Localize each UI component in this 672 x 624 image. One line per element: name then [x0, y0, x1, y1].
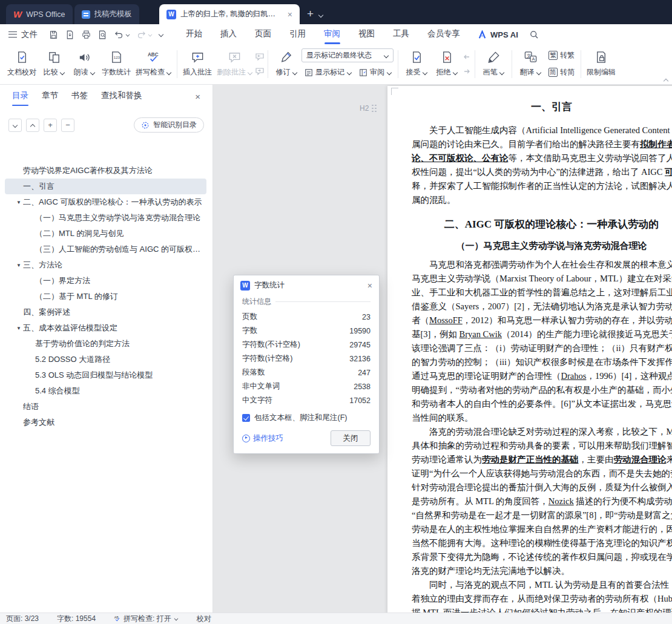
- ribbon-collapse-icon[interactable]: [664, 78, 668, 82]
- outline-item[interactable]: （一）马克思主义劳动学说与洛克劳动混合理论: [5, 210, 206, 226]
- review-pane-button[interactable]: 审阅: [356, 65, 395, 79]
- menu-tab[interactable]: 引用: [280, 24, 315, 45]
- wps-ai-logo-icon: [478, 30, 487, 39]
- outline-item[interactable]: 四、案例评述: [5, 304, 206, 320]
- pen-label: 画笔: [483, 67, 498, 77]
- collapse-all-button[interactable]: [8, 119, 22, 132]
- page-indicator[interactable]: 页面: 3/23: [6, 614, 39, 624]
- outline-item[interactable]: （一）界定方法: [5, 273, 206, 289]
- doc-line: 明确提到，“劳动者对他的劳动产品的私有权是小生产的基础，而小生产又: [412, 383, 672, 397]
- next-comment-icon[interactable]: [255, 67, 265, 76]
- pen-button[interactable]: 画笔: [478, 47, 509, 82]
- track-changes-button[interactable]: 修订: [271, 47, 301, 82]
- restrict-edit-button[interactable]: 限制编辑: [584, 47, 618, 82]
- sidebar-tab[interactable]: 书签: [71, 85, 88, 108]
- show-markup-button[interactable]: 显示标记: [301, 65, 355, 79]
- sidebar-tab[interactable]: 目录: [12, 85, 28, 108]
- menu-tabs: 开始插入页面引用审阅视图工具会员专享: [177, 24, 469, 45]
- file-menu-button[interactable]: 文件: [8, 29, 38, 40]
- drag-dots-icon[interactable]: [372, 105, 377, 113]
- include-footnotes-checkbox[interactable]: [242, 414, 250, 422]
- redo-button[interactable]: [136, 30, 153, 40]
- new-tab-button[interactable]: +: [307, 7, 314, 21]
- outline-item[interactable]: 5.2 DOSSO 大道路径: [5, 352, 206, 367]
- undo-menu-chevron-icon[interactable]: [126, 33, 130, 36]
- translate-button[interactable]: 文A 翻译: [515, 47, 545, 82]
- chevron-down-icon: [13, 123, 18, 127]
- tab-template[interactable]: 找稿壳模板: [74, 4, 140, 24]
- expand-triangle-icon[interactable]: ▼: [15, 200, 23, 205]
- word-count-indicator[interactable]: 字数: 19554: [57, 614, 96, 624]
- doc-proofread-button[interactable]: 文档校对: [5, 47, 39, 82]
- export-button[interactable]: [65, 30, 75, 40]
- accept-button[interactable]: 接受: [401, 47, 432, 82]
- dialog-close-button[interactable]: 关闭: [331, 430, 371, 446]
- tips-link[interactable]: 操作技巧: [242, 433, 283, 444]
- outline-item[interactable]: 结语: [5, 399, 206, 415]
- tab-list-chevron-icon[interactable]: [318, 13, 323, 17]
- tab-wps-office[interactable]: W WPS Office: [6, 4, 73, 24]
- promote-button[interactable]: +: [44, 119, 57, 132]
- spell-check-indicator[interactable]: AB 拼写检查: 打开: [114, 614, 179, 624]
- document-page[interactable]: 一、引言 关于人工智能生成内容（Artificial Intelligence …: [387, 86, 672, 613]
- outline-item[interactable]: （二）基于 MTL 的修订: [5, 289, 206, 304]
- smart-catalog-button[interactable]: 智能识别目录: [134, 117, 204, 133]
- menu-tab[interactable]: 开始: [177, 24, 211, 45]
- demote-button[interactable]: −: [61, 119, 74, 132]
- markup-state-select[interactable]: 显示标记的最终状态: [301, 48, 394, 62]
- sidebar-close-icon[interactable]: ×: [195, 91, 200, 102]
- previous-change-icon[interactable]: [462, 52, 472, 62]
- dialog-close-icon[interactable]: ×: [367, 281, 372, 291]
- expand-triangle-icon[interactable]: ▼: [15, 326, 23, 331]
- compare-button[interactable]: 比较: [39, 47, 69, 82]
- print-button[interactable]: [81, 30, 91, 40]
- spell-check-button[interactable]: ABC 拼写检查: [133, 47, 174, 82]
- reject-button[interactable]: 拒绝: [432, 47, 462, 82]
- outline-item[interactable]: 5.3 OLS 动态回归模型与结论模型: [5, 367, 206, 383]
- sidebar-tab[interactable]: 章节: [42, 85, 58, 108]
- outline-item[interactable]: （二）MTL 的洞见与创见: [5, 226, 206, 241]
- menu-tab[interactable]: 视图: [349, 24, 384, 45]
- print-preview-button[interactable]: [97, 30, 108, 40]
- menu-tab[interactable]: 插入: [211, 24, 246, 45]
- wps-ai-button[interactable]: WPS AI: [478, 30, 518, 39]
- delete-comment-button[interactable]: 删除批注: [214, 47, 255, 82]
- outline-item[interactable]: （三）人工智能的劳动创造与 AIGC 的可版权进程: [5, 241, 206, 257]
- close-tab-icon[interactable]: ×: [288, 10, 292, 19]
- tab-document[interactable]: W 上帝的归上帝, 凯撒的归凯撒… ×: [159, 4, 300, 24]
- markup-state-chevron-icon: [384, 54, 389, 57]
- to-traditional-button[interactable]: 繁 转繁: [545, 48, 578, 62]
- sidebar-tab[interactable]: 查找和替换: [101, 85, 142, 108]
- outline-item[interactable]: 参考文献: [5, 415, 206, 430]
- expand-all-button[interactable]: [26, 119, 39, 132]
- reject-chevron-icon: [453, 71, 458, 74]
- outline-item[interactable]: ▼二、AIGC 可版权的理论核心：一种承认劳动的表示: [5, 194, 206, 210]
- dialog-title-bar[interactable]: W 字数统计 ×: [234, 275, 379, 295]
- proofread-indicator[interactable]: 校对: [197, 614, 211, 624]
- menu-tab[interactable]: 页面: [246, 24, 280, 45]
- previous-comment-icon[interactable]: [255, 52, 265, 62]
- insert-comment-button[interactable]: 插入批注: [180, 47, 214, 82]
- quick-toolbar: [48, 30, 163, 40]
- quick-toolbar-more-icon[interactable]: [159, 33, 163, 36]
- outline-item[interactable]: 基于劳动价值论的判定方法: [5, 336, 206, 352]
- outline-item[interactable]: ▼五、成本效益评估模型设定: [5, 320, 206, 336]
- search-icon[interactable]: [529, 30, 539, 39]
- outline-item[interactable]: 一、引言: [5, 179, 206, 194]
- word-count-button[interactable]: 123 字数统计: [99, 47, 133, 82]
- next-change-icon[interactable]: [462, 67, 472, 76]
- to-simplified-button[interactable]: 简 转简: [545, 65, 578, 79]
- read-aloud-button[interactable]: 朗读: [69, 47, 99, 82]
- menu-tab[interactable]: 工具: [384, 24, 418, 45]
- heading-drag-handle[interactable]: H2: [360, 104, 377, 113]
- undo-button[interactable]: [114, 30, 130, 40]
- menu-tab[interactable]: 审阅: [315, 24, 349, 45]
- outline-item[interactable]: ▼三、方法论: [5, 257, 206, 273]
- save-button[interactable]: [48, 30, 59, 40]
- expand-triangle-icon[interactable]: ▼: [15, 263, 23, 268]
- redo-menu-chevron-icon[interactable]: [148, 33, 152, 36]
- document-canvas[interactable]: 一、引言 关于人工智能生成内容（Artificial Intelligence …: [213, 85, 672, 613]
- outline-item[interactable]: 5.4 综合模型: [5, 383, 206, 399]
- outline-item[interactable]: 劳动学说界定AIGC著作权及其方法论: [5, 163, 206, 179]
- menu-tab[interactable]: 会员专享: [418, 24, 469, 45]
